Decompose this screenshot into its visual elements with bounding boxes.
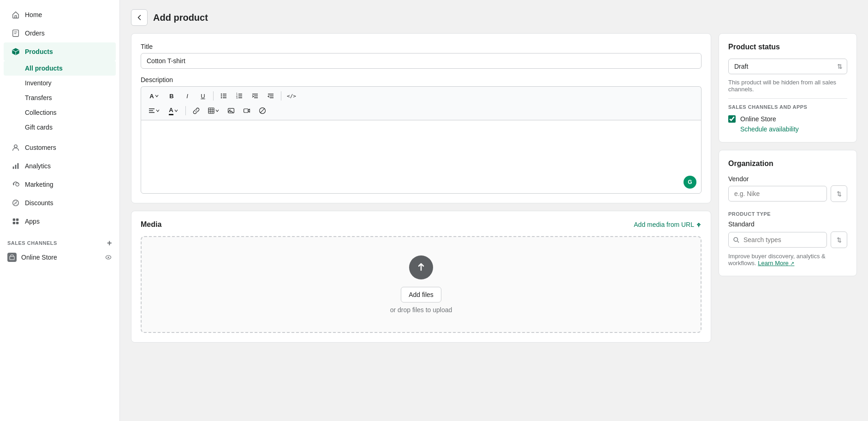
clear-format-button[interactable] — [255, 104, 270, 117]
svg-rect-7 — [13, 219, 15, 221]
svg-rect-10 — [16, 222, 18, 224]
image-button[interactable] — [224, 104, 238, 117]
sidebar-item-orders-label: Orders — [25, 30, 45, 37]
toolbar-separator-1 — [213, 91, 214, 101]
text-color-button[interactable]: A — [164, 104, 183, 117]
svg-rect-4 — [18, 163, 19, 169]
bold-button[interactable]: B — [164, 89, 179, 102]
svg-rect-0 — [13, 30, 19, 36]
underline-button[interactable]: U — [196, 89, 210, 102]
status-description: This product will be hidden from all sal… — [728, 79, 847, 93]
product-details-card: Title Description A B — [131, 33, 711, 203]
status-select-wrapper: Draft Active ⇅ — [728, 59, 847, 74]
organization-card: Organization Vendor ⇅ PRODUCT TYPE Stand… — [719, 150, 857, 276]
media-dropzone[interactable]: Add files or drop files to upload — [141, 236, 702, 333]
discovery-text: Improve buyer discovery, analytics & wor… — [728, 253, 847, 267]
svg-rect-39 — [228, 108, 234, 113]
ordered-list-button[interactable]: 1.2.3. — [232, 89, 247, 102]
description-editor[interactable]: G — [141, 120, 702, 194]
sidebar-item-analytics[interactable]: Analytics — [4, 157, 116, 175]
search-field-wrapper: ⇅ — [728, 231, 847, 248]
search-types-input[interactable] — [728, 232, 827, 248]
learn-more-link[interactable]: Learn More ↗ — [758, 260, 794, 267]
toolbar-separator-3 — [185, 106, 186, 115]
sidebar-item-orders[interactable]: Orders — [4, 24, 116, 42]
organization-title: Organization — [728, 160, 847, 168]
online-store-checkbox[interactable] — [728, 115, 736, 123]
svg-text:3.: 3. — [236, 96, 238, 99]
unordered-list-button[interactable] — [216, 89, 231, 102]
page-header: Add product — [120, 0, 868, 33]
sidebar: Home Orders Products All products Invent… — [0, 0, 120, 421]
media-title: Media — [141, 220, 161, 229]
sidebar-item-discounts[interactable]: Discounts — [4, 194, 116, 212]
italic-button[interactable]: I — [180, 89, 195, 102]
add-files-button[interactable]: Add files — [401, 287, 441, 302]
align-button[interactable] — [145, 104, 163, 117]
svg-line-43 — [260, 108, 265, 113]
sidebar-item-home-label: Home — [25, 11, 42, 18]
font-button[interactable]: A — [145, 89, 163, 102]
table-button[interactable] — [204, 104, 223, 117]
svg-point-44 — [734, 237, 737, 241]
sidebar-item-products[interactable]: Products — [4, 42, 116, 61]
editor-toolbar: A B I U — [141, 86, 702, 120]
external-link-icon: ↗ — [790, 261, 794, 266]
svg-rect-8 — [16, 219, 18, 221]
media-card: Media Add media from URL Add files or dr… — [131, 211, 711, 343]
svg-point-13 — [221, 94, 222, 95]
schedule-availability-link[interactable]: Schedule availability — [728, 125, 847, 133]
orders-icon — [11, 29, 20, 38]
sidebar-sub-inventory[interactable]: Inventory — [4, 76, 116, 90]
svg-rect-2 — [13, 166, 14, 169]
side-column: Product status Draft Active ⇅ This produ… — [719, 33, 857, 343]
svg-point-5 — [16, 183, 19, 186]
link-button[interactable] — [189, 104, 203, 117]
sidebar-item-apps[interactable]: Apps — [4, 212, 116, 231]
add-sales-channel-button[interactable]: + — [107, 239, 112, 247]
discounts-icon — [11, 198, 20, 208]
product-status-card: Product status Draft Active ⇅ This produ… — [719, 33, 857, 142]
sidebar-item-customers[interactable]: Customers — [4, 138, 116, 157]
main-column: Title Description A B — [131, 33, 711, 343]
main-content: Add product Title Description A — [120, 0, 868, 421]
store-icon — [7, 253, 17, 262]
sidebar-item-home[interactable]: Home — [4, 6, 116, 24]
svg-rect-34 — [208, 108, 214, 113]
toolbar-separator-2 — [281, 91, 281, 101]
sidebar-sub-transfers[interactable]: Transfers — [4, 90, 116, 105]
home-icon — [11, 10, 20, 19]
grammarly-icon: G — [684, 176, 696, 189]
add-media-url-button[interactable]: Add media from URL — [634, 221, 702, 228]
sales-channels-section: SALES CHANNELS + — [0, 232, 119, 249]
media-header: Media Add media from URL — [141, 220, 702, 229]
sidebar-sub-gift-cards[interactable]: Gift cards — [4, 120, 116, 135]
status-select[interactable]: Draft Active — [728, 59, 847, 74]
sidebar-item-products-label: Products — [25, 48, 53, 55]
indent-button[interactable] — [248, 89, 262, 102]
title-input[interactable] — [141, 53, 702, 69]
outdent-button[interactable] — [263, 89, 278, 102]
chevron-updown-icon-2: ⇅ — [837, 237, 842, 243]
analytics-icon — [11, 161, 20, 171]
svg-point-12 — [107, 256, 109, 258]
sidebar-sub-collections[interactable]: Collections — [4, 105, 116, 120]
vendor-label: Vendor — [728, 175, 847, 183]
customers-icon — [11, 143, 20, 152]
vendor-input[interactable] — [728, 186, 827, 202]
marketing-icon — [11, 180, 20, 189]
svg-point-15 — [221, 97, 222, 98]
sidebar-channel-online-store[interactable]: Online Store — [0, 249, 119, 266]
video-button[interactable] — [239, 104, 254, 117]
visibility-icon[interactable] — [105, 254, 112, 261]
upload-icon — [409, 255, 433, 279]
product-type-select-button[interactable]: ⇅ — [831, 231, 847, 248]
sidebar-sub-all-products[interactable]: All products — [4, 61, 116, 76]
svg-point-1 — [14, 145, 17, 148]
code-button[interactable]: </> — [284, 89, 299, 102]
vendor-select-button[interactable]: ⇅ — [831, 185, 847, 202]
page-title: Add product — [153, 12, 208, 23]
sidebar-item-marketing[interactable]: Marketing — [4, 175, 116, 194]
svg-rect-41 — [244, 109, 249, 113]
back-button[interactable] — [131, 9, 148, 26]
